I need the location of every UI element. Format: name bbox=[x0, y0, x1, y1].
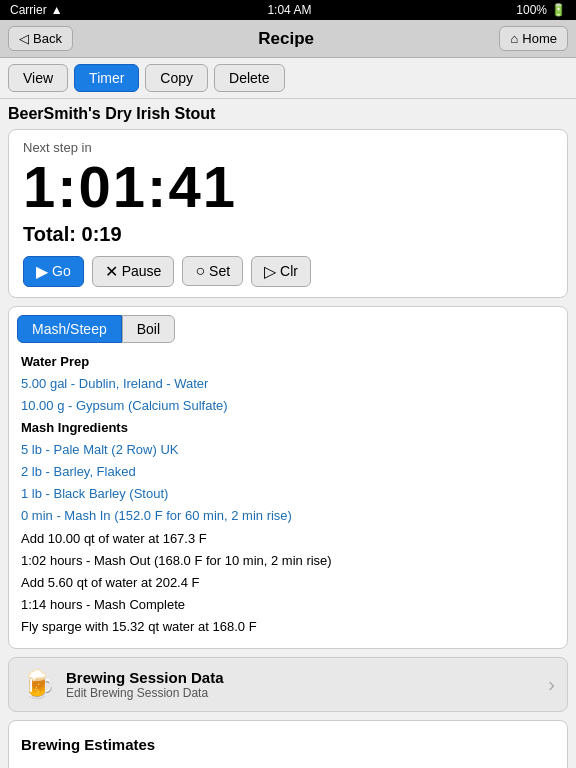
mash-card: Mash/Steep Boil Water Prep 5.00 gal - Du… bbox=[8, 306, 568, 649]
water-prep-title: Water Prep bbox=[21, 351, 555, 373]
timer-button[interactable]: Timer bbox=[74, 64, 139, 92]
mash-step1-sub: Add 10.00 qt of water at 167.3 F bbox=[21, 528, 555, 550]
status-bar: Carrier ▲ 1:04 AM 100% 🔋 bbox=[0, 0, 576, 20]
home-button[interactable]: ⌂ Home bbox=[499, 26, 568, 51]
chevron-right-icon: › bbox=[548, 673, 555, 696]
set-icon: ○ bbox=[195, 262, 205, 280]
back-label: Back bbox=[33, 31, 62, 46]
go-label: Go bbox=[52, 263, 71, 279]
session-icon: 🍺 bbox=[21, 668, 56, 701]
home-icon: ⌂ bbox=[510, 31, 518, 46]
carrier-signal: Carrier ▲ bbox=[10, 3, 63, 17]
battery-level: 100% bbox=[516, 3, 547, 17]
mash-ingredient-2: 2 lb - Barley, Flaked bbox=[21, 461, 555, 483]
set-label: Set bbox=[209, 263, 230, 279]
go-button[interactable]: ▶ Go bbox=[23, 256, 84, 287]
mash-step2: 1:02 hours - Mash Out (168.0 F for 10 mi… bbox=[21, 550, 555, 572]
brewing-estimates-title: Brewing Estimates bbox=[21, 731, 555, 758]
session-title: Brewing Session Data bbox=[66, 669, 224, 686]
main-content: BeerSmith's Dry Irish Stout Next step in… bbox=[0, 99, 576, 768]
clr-label: Clr bbox=[280, 263, 298, 279]
view-button[interactable]: View bbox=[8, 64, 68, 92]
mash-ingredients-title: Mash Ingredients bbox=[21, 417, 555, 439]
clr-button[interactable]: ▷ Clr bbox=[251, 256, 311, 287]
delete-button[interactable]: Delete bbox=[214, 64, 284, 92]
water-prep-item-1: 5.00 gal - Dublin, Ireland - Water bbox=[21, 373, 555, 395]
pause-label: Pause bbox=[122, 263, 162, 279]
mash-ingredient-3: 1 lb - Black Barley (Stout) bbox=[21, 483, 555, 505]
nav-bar: ◁ Back Recipe ⌂ Home bbox=[0, 20, 576, 58]
timer-controls: ▶ Go ✕ Pause ○ Set ▷ Clr bbox=[23, 256, 553, 287]
battery-icon: 🔋 bbox=[551, 3, 566, 17]
est-row-1: Tun Loss: 0.25 gal Boil top-up: 0.00 gal bbox=[21, 762, 555, 768]
wifi-icon: ▲ bbox=[51, 3, 63, 17]
next-step-label: Next step in bbox=[23, 140, 553, 155]
back-button[interactable]: ◁ Back bbox=[8, 26, 73, 51]
session-subtitle: Edit Brewing Session Data bbox=[66, 686, 224, 700]
water-prep-item-2: 10.00 g - Gypsum (Calcium Sulfate) bbox=[21, 395, 555, 417]
mash-step3-sub: Fly sparge with 15.32 qt water at 168.0 … bbox=[21, 616, 555, 638]
brewing-estimates-card: Brewing Estimates Tun Loss: 0.25 gal Boi… bbox=[8, 720, 568, 768]
battery-area: 100% 🔋 bbox=[516, 3, 566, 17]
time-display: 1:04 AM bbox=[267, 3, 311, 17]
recipe-title: BeerSmith's Dry Irish Stout bbox=[8, 105, 568, 123]
go-icon: ▶ bbox=[36, 262, 48, 281]
home-label: Home bbox=[522, 31, 557, 46]
mash-steep-tab[interactable]: Mash/Steep bbox=[17, 315, 122, 343]
pause-icon: ✕ bbox=[105, 262, 118, 281]
mash-step1: 0 min - Mash In (152.0 F for 60 min, 2 m… bbox=[21, 505, 555, 527]
mash-tabs: Mash/Steep Boil bbox=[9, 307, 567, 343]
back-icon: ◁ bbox=[19, 31, 29, 46]
page-title: Recipe bbox=[258, 29, 314, 49]
session-left: 🍺 Brewing Session Data Edit Brewing Sess… bbox=[21, 668, 224, 701]
toolbar: View Timer Copy Delete bbox=[0, 58, 576, 99]
copy-button[interactable]: Copy bbox=[145, 64, 208, 92]
mash-content: Water Prep 5.00 gal - Dublin, Ireland - … bbox=[9, 343, 567, 648]
session-card[interactable]: 🍺 Brewing Session Data Edit Brewing Sess… bbox=[8, 657, 568, 712]
boil-tab[interactable]: Boil bbox=[122, 315, 175, 343]
carrier-text: Carrier bbox=[10, 3, 47, 17]
set-button[interactable]: ○ Set bbox=[182, 256, 243, 286]
mash-step2-sub: Add 5.60 qt of water at 202.4 F bbox=[21, 572, 555, 594]
mash-ingredient-1: 5 lb - Pale Malt (2 Row) UK bbox=[21, 439, 555, 461]
clr-icon: ▷ bbox=[264, 262, 276, 281]
timer-card: Next step in 1:01:41 Total: 0:19 ▶ Go ✕ … bbox=[8, 129, 568, 298]
timer-total: Total: 0:19 bbox=[23, 223, 553, 246]
mash-step3: 1:14 hours - Mash Complete bbox=[21, 594, 555, 616]
timer-display: 1:01:41 bbox=[23, 155, 553, 219]
session-text-block: Brewing Session Data Edit Brewing Sessio… bbox=[66, 669, 224, 700]
pause-button[interactable]: ✕ Pause bbox=[92, 256, 175, 287]
